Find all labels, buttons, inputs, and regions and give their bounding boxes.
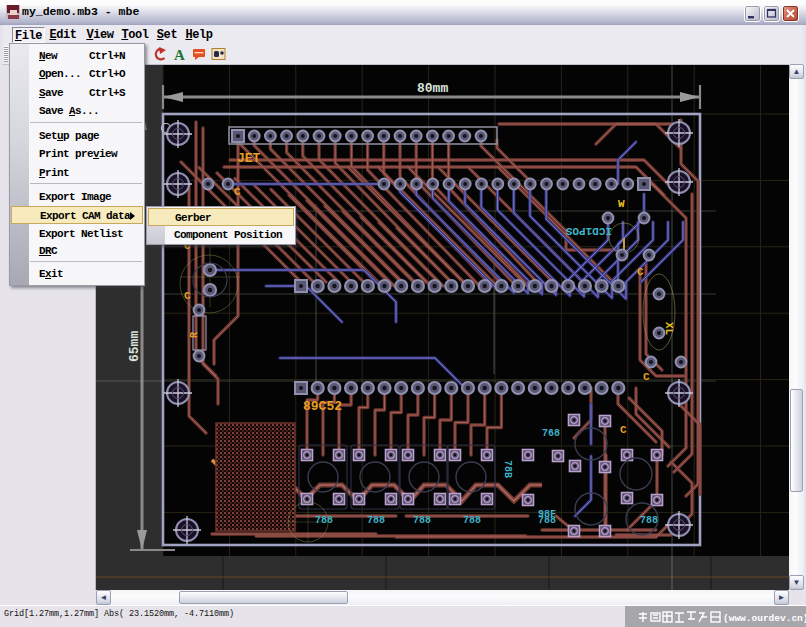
- svg-text:R: R: [189, 332, 200, 338]
- svg-text:XL: XL: [663, 322, 675, 336]
- svg-text:788: 788: [315, 515, 333, 526]
- svg-text:65mm: 65mm: [127, 331, 142, 362]
- svg-text:C: C: [637, 266, 644, 278]
- svg-text:788: 788: [463, 515, 481, 526]
- svg-text:788: 788: [413, 515, 431, 526]
- svg-text:80mm: 80mm: [417, 81, 448, 96]
- svg-text:JET: JET: [237, 151, 261, 166]
- svg-text:W: W: [618, 198, 625, 210]
- svg-text:78B: 78B: [502, 460, 513, 478]
- svg-text:A: A: [174, 47, 185, 63]
- svg-text:(www.ourdev.cn): (www.ourdev.cn): [723, 613, 806, 624]
- svg-text:C: C: [234, 186, 241, 198]
- svg-text:C: C: [184, 290, 191, 302]
- svg-text:C: C: [620, 424, 627, 436]
- svg-text:ICD1POS: ICD1POS: [565, 225, 612, 237]
- svg-text:C: C: [643, 371, 650, 383]
- svg-text:768: 768: [542, 428, 560, 439]
- svg-text:89C52: 89C52: [303, 399, 342, 414]
- svg-text:788: 788: [640, 515, 658, 526]
- svg-text:788: 788: [367, 515, 385, 526]
- svg-text:98F: 98F: [538, 509, 556, 520]
